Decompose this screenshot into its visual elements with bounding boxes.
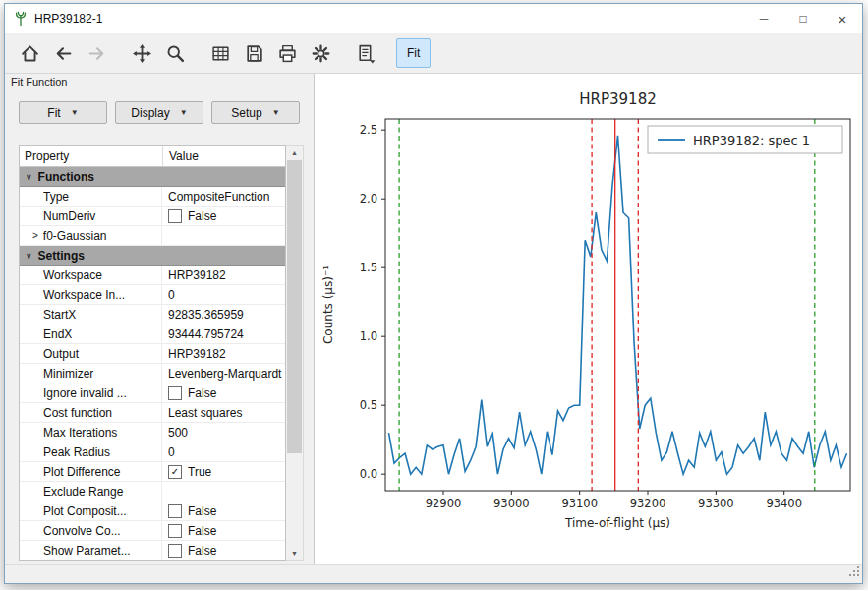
property-row-endx[interactable]: EndX93444.795724 bbox=[20, 324, 285, 344]
property-name: Plot Composit... bbox=[43, 504, 127, 518]
expand-icon[interactable]: > bbox=[32, 230, 38, 241]
property-row-workspace-in-[interactable]: Workspace In...0 bbox=[20, 285, 285, 305]
zoom-button[interactable] bbox=[160, 38, 190, 68]
group-row-settings[interactable]: ∨Settings bbox=[20, 246, 285, 266]
y-tick-label: 0.0 bbox=[359, 467, 376, 481]
pan-button[interactable] bbox=[127, 38, 156, 68]
group-row-functions[interactable]: ∨Functions bbox=[20, 167, 285, 187]
home-button[interactable] bbox=[15, 38, 44, 68]
property-value: False bbox=[188, 386, 216, 400]
resize-grip-icon[interactable] bbox=[847, 563, 860, 581]
x-tick-label: 93200 bbox=[629, 497, 665, 510]
app-window: HRP39182-1 ─ □ × Fit Fit Function Fit▼Di… bbox=[4, 3, 863, 584]
checkbox[interactable] bbox=[168, 386, 182, 400]
fit-button[interactable]: Fit bbox=[396, 38, 431, 68]
property-row-plot-difference[interactable]: Plot Difference✓True bbox=[20, 462, 285, 482]
forward-button[interactable] bbox=[82, 38, 111, 68]
property-name: Convolve Co... bbox=[43, 524, 121, 538]
property-row-exclude-range[interactable]: Exclude Range bbox=[20, 482, 285, 502]
plot-panel[interactable]: 9290093000931009320093300934000.00.51.01… bbox=[315, 74, 862, 564]
home-icon bbox=[20, 43, 40, 64]
scrollbar-track[interactable] bbox=[286, 160, 303, 546]
save-button[interactable] bbox=[239, 38, 268, 68]
main-area: Fit Function Fit▼Display▼Setup▼ Property… bbox=[5, 74, 862, 564]
property-row-cost-function[interactable]: Cost functionLeast squares bbox=[20, 403, 285, 423]
property-row-convolve-co-[interactable]: Convolve Co...False bbox=[20, 521, 285, 541]
print-icon bbox=[277, 43, 298, 64]
title-bar[interactable]: HRP39182-1 ─ □ × bbox=[5, 4, 862, 33]
grid-button[interactable] bbox=[205, 38, 235, 68]
menu-label: Fit bbox=[47, 106, 60, 120]
property-row-f0-gaussian[interactable]: >f0-Gaussian bbox=[20, 226, 285, 246]
value-column-header: Value bbox=[162, 146, 285, 166]
checkbox[interactable] bbox=[168, 524, 182, 538]
maximize-button[interactable]: □ bbox=[783, 4, 823, 33]
property-table-body: ∨FunctionsTypeCompositeFunctionNumDerivF… bbox=[20, 167, 285, 560]
property-row-peak-radius[interactable]: Peak Radius0 bbox=[20, 442, 285, 462]
property-row-max-iterations[interactable]: Max Iterations500 bbox=[20, 423, 285, 442]
generate-script-button[interactable] bbox=[351, 38, 380, 68]
property-value: Least squares bbox=[168, 406, 242, 420]
minimize-button[interactable]: ─ bbox=[744, 4, 783, 33]
scrollbar-thumb[interactable] bbox=[287, 160, 302, 453]
window-title: HRP39182-1 bbox=[34, 12, 744, 26]
x-axis-label: Time-of-flight (μs) bbox=[563, 516, 669, 530]
property-name: f0-Gaussian bbox=[43, 229, 107, 243]
property-value: Levenberg-Marquardt bbox=[168, 367, 281, 381]
x-tick-label: 93100 bbox=[561, 497, 598, 510]
mantid-logo-icon bbox=[13, 11, 29, 27]
x-tick-label: 93300 bbox=[698, 497, 734, 510]
gear-icon bbox=[311, 43, 331, 64]
property-row-minimizer[interactable]: MinimizerLevenberg-Marquardt bbox=[20, 364, 285, 384]
scroll-down-button[interactable]: ▼ bbox=[286, 546, 303, 560]
settings-button[interactable] bbox=[306, 38, 335, 68]
menu-label: Setup bbox=[231, 106, 261, 120]
legend-label: HRP39182: spec 1 bbox=[693, 133, 810, 148]
property-row-plot-composit-[interactable]: Plot Composit...False bbox=[20, 502, 285, 521]
property-row-startx[interactable]: StartX92835.365959 bbox=[20, 305, 285, 324]
collapse-icon[interactable]: ∨ bbox=[26, 172, 32, 182]
zoom-icon bbox=[165, 43, 186, 64]
property-row-type[interactable]: TypeCompositeFunction bbox=[20, 187, 285, 206]
menu-button-setup[interactable]: Setup▼ bbox=[211, 101, 300, 124]
fit-plot: 9290093000931009320093300934000.00.51.01… bbox=[317, 80, 861, 540]
checkbox[interactable] bbox=[168, 504, 182, 518]
property-row-show-paramet-[interactable]: Show Paramet...False bbox=[20, 541, 285, 560]
property-row-ignore-invalid-[interactable]: Ignore invalid ...False bbox=[20, 384, 285, 403]
property-name: EndX bbox=[43, 327, 72, 341]
menu-button-fit[interactable]: Fit▼ bbox=[19, 101, 107, 124]
back-button[interactable] bbox=[48, 38, 78, 68]
vertical-scrollbar[interactable]: ▲ ▼ bbox=[286, 145, 304, 561]
menu-button-display[interactable]: Display▼ bbox=[115, 101, 203, 124]
property-row-output[interactable]: OutputHRP39182 bbox=[20, 344, 285, 364]
checkbox[interactable] bbox=[168, 544, 182, 558]
menu-label: Display bbox=[131, 106, 169, 120]
property-value: 500 bbox=[168, 426, 188, 440]
scroll-up-button[interactable]: ▲ bbox=[286, 146, 303, 160]
property-name: Max Iterations bbox=[43, 426, 117, 440]
property-value: False bbox=[188, 544, 216, 558]
checkbox[interactable] bbox=[168, 209, 182, 223]
property-name: Minimizer bbox=[43, 367, 93, 381]
property-value: 0 bbox=[168, 445, 175, 459]
property-table: Property Value ∨FunctionsTypeCompositeFu… bbox=[19, 145, 286, 561]
property-value: 0 bbox=[168, 288, 175, 302]
property-row-numderiv[interactable]: NumDerivFalse bbox=[20, 206, 285, 226]
status-bar bbox=[5, 564, 862, 583]
property-name: Workspace bbox=[43, 268, 102, 282]
property-name: NumDeriv bbox=[43, 209, 95, 223]
collapse-icon[interactable]: ∨ bbox=[26, 251, 32, 261]
dock-title: Fit Function bbox=[5, 74, 314, 92]
print-button[interactable] bbox=[272, 38, 302, 68]
property-name: Ignore invalid ... bbox=[43, 386, 127, 400]
property-name: Workspace In... bbox=[43, 288, 125, 302]
grid-icon bbox=[210, 43, 231, 64]
chevron-down-icon: ▼ bbox=[71, 108, 79, 117]
checkbox[interactable]: ✓ bbox=[168, 465, 182, 479]
property-name: Output bbox=[43, 347, 79, 361]
y-tick-label: 2.0 bbox=[359, 192, 376, 206]
chevron-down-icon: ▼ bbox=[180, 108, 188, 117]
close-button[interactable]: × bbox=[823, 4, 862, 33]
property-row-workspace[interactable]: WorkspaceHRP39182 bbox=[20, 266, 285, 285]
x-tick-label: 93000 bbox=[493, 497, 530, 510]
